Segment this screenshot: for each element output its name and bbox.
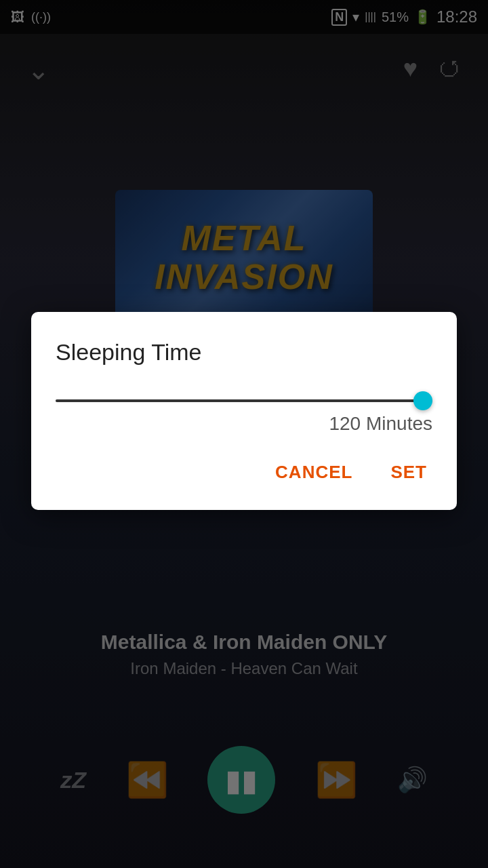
dialog-title: Sleeping Time	[56, 339, 432, 366]
slider-container	[56, 399, 432, 402]
sleeping-time-dialog: Sleeping Time 120 Minutes CANCEL SET	[31, 312, 457, 510]
slider-value-display: 120 Minutes	[56, 413, 432, 435]
slider-track	[56, 399, 432, 402]
set-button[interactable]: SET	[385, 455, 432, 490]
slider-fill	[56, 399, 432, 402]
cancel-button[interactable]: CANCEL	[270, 455, 358, 490]
slider-thumb[interactable]	[413, 391, 432, 410]
dialog-buttons: CANCEL SET	[56, 455, 432, 490]
